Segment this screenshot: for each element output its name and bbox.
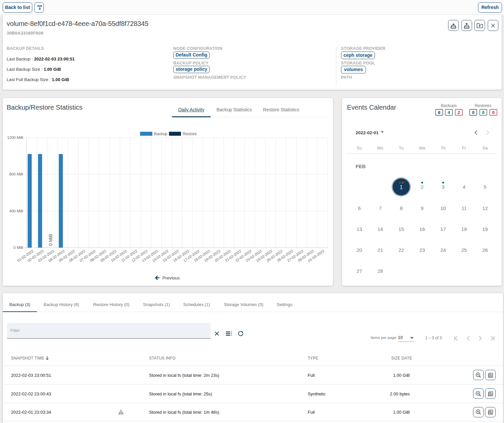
svg-text:Sa: Sa bbox=[482, 146, 488, 151]
svg-text:5: 5 bbox=[484, 184, 486, 190]
svg-text:2022-02-01: 2022-02-01 bbox=[356, 130, 379, 135]
svg-text:Events Calendar: Events Calendar bbox=[347, 104, 396, 111]
svg-text:Tu: Tu bbox=[399, 146, 404, 151]
svg-text:12: 12 bbox=[482, 205, 488, 211]
svg-text:8: 8 bbox=[400, 205, 403, 211]
svg-text:1: 1 bbox=[400, 184, 403, 190]
svg-text:24: 24 bbox=[440, 247, 446, 253]
svg-text:Th: Th bbox=[440, 146, 445, 151]
svg-text:23: 23 bbox=[420, 247, 425, 253]
svg-text:Backup: Backup bbox=[154, 132, 167, 136]
svg-text:6: 6 bbox=[358, 205, 361, 211]
svg-text:0 MiB: 0 MiB bbox=[48, 234, 53, 246]
svg-text:17: 17 bbox=[440, 226, 446, 232]
svg-text:Previous: Previous bbox=[162, 275, 180, 280]
svg-text:Restores: Restores bbox=[475, 103, 491, 108]
svg-text:Backups: Backups bbox=[441, 103, 457, 108]
svg-text:400 MiB: 400 MiB bbox=[9, 209, 24, 213]
svg-text:800 MiB: 800 MiB bbox=[9, 172, 24, 176]
svg-text:Fr: Fr bbox=[462, 146, 466, 151]
svg-text:25: 25 bbox=[461, 247, 467, 253]
svg-text:Mo: Mo bbox=[377, 146, 383, 151]
svg-text:0: 0 bbox=[482, 110, 484, 115]
svg-text:11: 11 bbox=[461, 205, 467, 211]
svg-text:20: 20 bbox=[357, 247, 362, 253]
svg-text:Restore: Restore bbox=[183, 132, 197, 136]
svg-text:Su: Su bbox=[357, 146, 362, 151]
svg-text:7: 7 bbox=[379, 205, 382, 211]
svg-text:1200 MiB: 1200 MiB bbox=[7, 136, 23, 140]
svg-text:0: 0 bbox=[472, 110, 474, 115]
svg-text:18: 18 bbox=[461, 226, 467, 232]
svg-text:4: 4 bbox=[463, 184, 465, 190]
svg-text:15: 15 bbox=[399, 226, 404, 232]
svg-text:2: 2 bbox=[458, 110, 460, 115]
svg-text:10: 10 bbox=[440, 205, 446, 211]
svg-text:0: 0 bbox=[492, 110, 494, 115]
svg-text:21: 21 bbox=[378, 247, 383, 253]
svg-text:9: 9 bbox=[421, 205, 423, 211]
svg-text:13: 13 bbox=[357, 226, 362, 232]
svg-text:26: 26 bbox=[482, 247, 488, 253]
svg-text:14: 14 bbox=[378, 226, 383, 232]
svg-text:4: 4 bbox=[448, 110, 450, 115]
svg-text:22: 22 bbox=[399, 247, 404, 253]
svg-text:0 MiB: 0 MiB bbox=[14, 246, 24, 250]
svg-text:6: 6 bbox=[438, 110, 440, 115]
svg-text:2: 2 bbox=[421, 184, 423, 190]
svg-text:16: 16 bbox=[420, 226, 425, 232]
svg-text:3: 3 bbox=[442, 184, 444, 190]
svg-text:19: 19 bbox=[482, 226, 488, 232]
svg-text:We: We bbox=[419, 146, 425, 151]
svg-text:FEB: FEB bbox=[356, 163, 366, 169]
svg-text:27: 27 bbox=[357, 268, 362, 274]
svg-text:28: 28 bbox=[378, 268, 383, 274]
